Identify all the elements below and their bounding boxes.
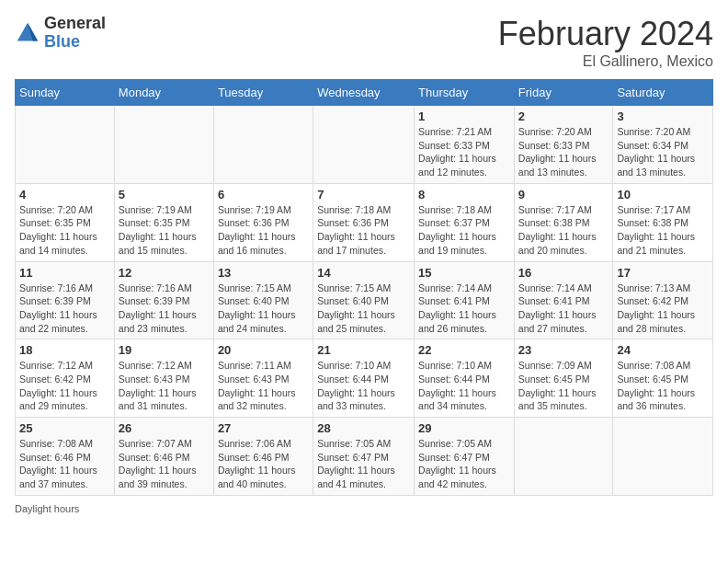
cell-info: Sunrise: 7:05 AMSunset: 6:47 PMDaylight:…: [418, 437, 510, 491]
calendar-cell: [16, 106, 115, 184]
calendar-subtitle: El Gallinero, Mexico: [498, 53, 713, 70]
cell-info: Sunrise: 7:17 AMSunset: 6:38 PMDaylight:…: [518, 203, 609, 258]
calendar-cell: 15Sunrise: 7:14 AMSunset: 6:41 PMDayligh…: [415, 261, 515, 339]
cell-info: Sunrise: 7:11 AMSunset: 6:43 PMDaylight:…: [218, 359, 309, 413]
cell-day-number: 12: [119, 266, 210, 280]
calendar-cell: 25Sunrise: 7:08 AMSunset: 6:46 PMDayligh…: [16, 418, 115, 496]
calendar-week-row: 25Sunrise: 7:08 AMSunset: 6:46 PMDayligh…: [16, 418, 713, 496]
cell-day-number: 17: [617, 266, 709, 280]
cell-day-number: 26: [119, 421, 210, 435]
cell-info: Sunrise: 7:08 AMSunset: 6:45 PMDaylight:…: [617, 359, 709, 413]
cell-day-number: 28: [317, 421, 410, 435]
cell-day-number: 16: [518, 266, 609, 280]
calendar-cell: 13Sunrise: 7:15 AMSunset: 6:40 PMDayligh…: [213, 261, 313, 339]
header-row: SundayMondayTuesdayWednesdayThursdayFrid…: [16, 80, 713, 106]
title-block: February 2024 El Gallinero, Mexico: [498, 15, 713, 70]
logo-general: General: [44, 15, 106, 33]
header-day: Thursday: [415, 80, 515, 106]
calendar-cell: [213, 106, 313, 184]
cell-day-number: 13: [218, 266, 309, 280]
cell-day-number: 15: [418, 266, 510, 280]
calendar-cell: 28Sunrise: 7:05 AMSunset: 6:47 PMDayligh…: [313, 418, 415, 496]
cell-day-number: 27: [218, 421, 309, 435]
cell-info: Sunrise: 7:18 AMSunset: 6:37 PMDaylight:…: [418, 203, 510, 258]
calendar-cell: 29Sunrise: 7:05 AMSunset: 6:47 PMDayligh…: [415, 418, 515, 496]
cell-day-number: 8: [418, 188, 510, 201]
logo-text: General Blue: [44, 15, 106, 52]
footer-note: Daylight hours: [15, 503, 713, 514]
calendar-table: SundayMondayTuesdayWednesdayThursdayFrid…: [15, 79, 713, 496]
cell-day-number: 25: [19, 421, 110, 435]
cell-info: Sunrise: 7:14 AMSunset: 6:41 PMDaylight:…: [518, 282, 609, 336]
calendar-week-row: 4Sunrise: 7:20 AMSunset: 6:35 PMDaylight…: [16, 183, 713, 261]
cell-info: Sunrise: 7:16 AMSunset: 6:39 PMDaylight:…: [19, 282, 110, 336]
cell-info: Sunrise: 7:10 AMSunset: 6:44 PMDaylight:…: [418, 359, 510, 413]
logo: General Blue: [15, 15, 106, 52]
calendar-cell: 12Sunrise: 7:16 AMSunset: 6:39 PMDayligh…: [114, 261, 213, 339]
cell-info: Sunrise: 7:16 AMSunset: 6:39 PMDaylight:…: [119, 282, 210, 336]
cell-day-number: 14: [317, 266, 410, 280]
cell-info: Sunrise: 7:05 AMSunset: 6:47 PMDaylight:…: [317, 437, 410, 491]
cell-info: Sunrise: 7:12 AMSunset: 6:43 PMDaylight:…: [119, 359, 210, 413]
cell-info: Sunrise: 7:06 AMSunset: 6:46 PMDaylight:…: [218, 437, 309, 491]
cell-day-number: 6: [218, 188, 309, 201]
header-day: Tuesday: [213, 80, 313, 106]
calendar-cell: 9Sunrise: 7:17 AMSunset: 6:38 PMDaylight…: [514, 183, 613, 261]
cell-day-number: 22: [418, 343, 510, 357]
cell-day-number: 9: [518, 188, 609, 201]
cell-day-number: 21: [317, 343, 410, 357]
cell-day-number: 11: [19, 266, 110, 280]
cell-day-number: 19: [119, 343, 210, 357]
logo-blue: Blue: [44, 33, 106, 52]
calendar-title: February 2024: [498, 15, 713, 53]
header-day: Sunday: [16, 80, 115, 106]
calendar-cell: 7Sunrise: 7:18 AMSunset: 6:36 PMDaylight…: [313, 183, 415, 261]
calendar-cell: 8Sunrise: 7:18 AMSunset: 6:37 PMDaylight…: [415, 183, 515, 261]
calendar-cell: 24Sunrise: 7:08 AMSunset: 6:45 PMDayligh…: [613, 339, 713, 418]
cell-info: Sunrise: 7:14 AMSunset: 6:41 PMDaylight:…: [418, 282, 510, 336]
calendar-cell: 1Sunrise: 7:21 AMSunset: 6:33 PMDaylight…: [415, 106, 515, 184]
cell-info: Sunrise: 7:08 AMSunset: 6:46 PMDaylight:…: [19, 437, 110, 491]
cell-day-number: 2: [518, 109, 609, 123]
cell-info: Sunrise: 7:15 AMSunset: 6:40 PMDaylight:…: [317, 282, 410, 336]
calendar-cell: 11Sunrise: 7:16 AMSunset: 6:39 PMDayligh…: [16, 261, 115, 339]
calendar-cell: 4Sunrise: 7:20 AMSunset: 6:35 PMDaylight…: [16, 183, 115, 261]
header-day: Monday: [114, 80, 213, 106]
header-day: Wednesday: [313, 80, 415, 106]
calendar-cell: 5Sunrise: 7:19 AMSunset: 6:35 PMDaylight…: [114, 183, 213, 261]
calendar-cell: [313, 106, 415, 184]
logo-icon: [15, 20, 40, 46]
cell-day-number: 1: [418, 109, 510, 123]
calendar-body: 1Sunrise: 7:21 AMSunset: 6:33 PMDaylight…: [16, 106, 713, 496]
calendar-cell: 26Sunrise: 7:07 AMSunset: 6:46 PMDayligh…: [114, 418, 213, 496]
cell-info: Sunrise: 7:20 AMSunset: 6:34 PMDaylight:…: [617, 125, 709, 179]
cell-day-number: 29: [418, 421, 510, 435]
calendar-cell: 17Sunrise: 7:13 AMSunset: 6:42 PMDayligh…: [613, 261, 713, 339]
calendar-cell: 22Sunrise: 7:10 AMSunset: 6:44 PMDayligh…: [415, 339, 515, 418]
cell-day-number: 4: [19, 188, 110, 201]
calendar-cell: 14Sunrise: 7:15 AMSunset: 6:40 PMDayligh…: [313, 261, 415, 339]
header-day: Saturday: [613, 80, 713, 106]
calendar-cell: [114, 106, 213, 184]
cell-day-number: 18: [19, 343, 110, 357]
calendar-cell: 18Sunrise: 7:12 AMSunset: 6:42 PMDayligh…: [16, 339, 115, 418]
cell-day-number: 7: [317, 188, 410, 201]
cell-day-number: 24: [617, 343, 709, 357]
calendar-week-row: 11Sunrise: 7:16 AMSunset: 6:39 PMDayligh…: [16, 261, 713, 339]
calendar-cell: 3Sunrise: 7:20 AMSunset: 6:34 PMDaylight…: [613, 106, 713, 184]
calendar-cell: [514, 418, 613, 496]
calendar-cell: 27Sunrise: 7:06 AMSunset: 6:46 PMDayligh…: [213, 418, 313, 496]
cell-day-number: 10: [617, 188, 709, 201]
calendar-cell: 21Sunrise: 7:10 AMSunset: 6:44 PMDayligh…: [313, 339, 415, 418]
calendar-cell: 20Sunrise: 7:11 AMSunset: 6:43 PMDayligh…: [213, 339, 313, 418]
cell-info: Sunrise: 7:21 AMSunset: 6:33 PMDaylight:…: [418, 125, 510, 179]
header-day: Friday: [514, 80, 613, 106]
cell-day-number: 23: [518, 343, 609, 357]
cell-info: Sunrise: 7:18 AMSunset: 6:36 PMDaylight:…: [317, 203, 410, 258]
cell-info: Sunrise: 7:19 AMSunset: 6:36 PMDaylight:…: [218, 203, 309, 258]
calendar-header: SundayMondayTuesdayWednesdayThursdayFrid…: [16, 80, 713, 106]
cell-day-number: 5: [119, 188, 210, 201]
cell-info: Sunrise: 7:20 AMSunset: 6:35 PMDaylight:…: [19, 203, 110, 258]
cell-info: Sunrise: 7:17 AMSunset: 6:38 PMDaylight:…: [617, 203, 709, 258]
cell-info: Sunrise: 7:13 AMSunset: 6:42 PMDaylight:…: [617, 282, 709, 336]
